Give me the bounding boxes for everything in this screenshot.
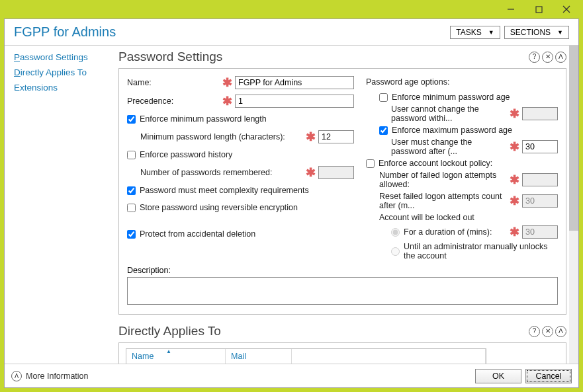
section-title-password-settings: Password Settings	[118, 50, 222, 64]
enforce-history-label: Enforce password history	[140, 150, 232, 159]
col-name-header[interactable]: Name▲	[126, 349, 226, 364]
tasks-label: TASKS	[456, 28, 481, 37]
close-button[interactable]	[553, 1, 580, 17]
required-icon: ✱	[303, 130, 318, 144]
until-unlock-label: Until an administrator manually unlocks …	[404, 242, 558, 260]
max-age-input[interactable]	[522, 140, 558, 153]
reversible-label: Store password using reversible encrypti…	[140, 203, 298, 212]
chevron-down-icon: ▼	[488, 29, 494, 36]
sections-label: SECTIONS	[510, 28, 551, 37]
required-icon: ✱	[220, 94, 235, 108]
page-title: FGPP for Admins	[14, 24, 116, 40]
nav-extensions[interactable]: Extensions	[14, 83, 112, 93]
duration-input	[522, 225, 558, 239]
until-unlock-radio	[391, 247, 400, 256]
password-settings-panel: Name:✱ Precedence:✱ Enforce minimum pass…	[118, 68, 566, 315]
more-label: More Information	[26, 372, 88, 381]
protect-deletion-checkbox[interactable]	[127, 230, 136, 239]
duration-label: For a duration of (mins):	[404, 227, 507, 237]
precedence-input[interactable]	[235, 95, 354, 108]
required-icon: ✱	[220, 75, 235, 90]
close-section-button[interactable]: ✕	[542, 326, 553, 337]
sort-asc-icon: ▲	[166, 348, 171, 354]
required-icon: ✱	[507, 194, 522, 208]
col-empty-header	[292, 349, 486, 364]
chevron-up-icon: ꓥ	[11, 371, 22, 381]
enforce-min-length-checkbox[interactable]	[127, 115, 136, 124]
more-information[interactable]: ꓥ More Information	[11, 371, 88, 381]
precedence-label: Precedence:	[127, 97, 220, 106]
footer: ꓥ More Information OK Cancel	[5, 364, 578, 387]
enforce-max-age-label: Enforce maximum password age	[392, 126, 512, 135]
enforce-lockout-checkbox[interactable]	[366, 159, 375, 168]
header-bar: FGPP for Admins TASKS▼ SECTIONS▼	[5, 19, 578, 46]
enforce-min-age-checkbox[interactable]	[379, 93, 388, 102]
title-bar	[0, 0, 583, 19]
description-label: Description:	[127, 266, 558, 275]
chevron-down-icon: ▼	[557, 29, 563, 36]
required-icon: ✱	[303, 165, 318, 180]
applies-grid: Name▲ Mail Domain Admins	[126, 348, 486, 364]
collapse-section-button[interactable]: ꓥ	[555, 52, 566, 63]
age-options-label: Password age options:	[366, 75, 558, 89]
collapse-section-button[interactable]: ꓥ	[555, 326, 566, 337]
failed-attempts-input	[522, 173, 558, 186]
history-input	[318, 166, 354, 179]
complexity-checkbox[interactable]	[127, 186, 136, 195]
duration-radio	[391, 228, 400, 237]
failed-attempts-label: Number of failed logon attempts allowed:	[379, 171, 507, 189]
enforce-max-age-checkbox[interactable]	[379, 126, 388, 135]
enforce-min-length-label: Enforce minimum password length	[140, 114, 267, 124]
ok-button[interactable]: OK	[475, 369, 521, 383]
enforce-lockout-label: Enforce account lockout policy:	[379, 159, 492, 168]
required-icon: ✱	[507, 173, 522, 187]
content-area: Password Settings ? ✕ ꓥ Name:✱ Precedenc…	[117, 46, 578, 364]
window: FGPP for Admins TASKS▼ SECTIONS▼ Passwor…	[4, 19, 579, 388]
nav-label: irectly Applies To	[21, 67, 87, 77]
max-age-label: User must change the password after (...	[391, 137, 507, 156]
complexity-label: Password must meet complexity requiremen…	[140, 186, 309, 195]
directly-applies-panel: Name▲ Mail Domain Admins Add... Remove	[118, 342, 566, 364]
min-length-input[interactable]	[318, 130, 354, 143]
name-input[interactable]	[235, 76, 354, 89]
protect-deletion-label: Protect from accidental deletion	[140, 229, 255, 239]
col-name-text: Name	[132, 352, 154, 361]
scrollbar-thumb[interactable]	[569, 46, 578, 231]
close-section-button[interactable]: ✕	[542, 52, 553, 63]
cancel-button[interactable]: Cancel	[525, 369, 572, 383]
min-length-label: Minimum password length (characters):	[140, 132, 303, 141]
nav-directly-applies[interactable]: Directly Applies To	[14, 67, 112, 77]
minimize-button[interactable]	[497, 1, 525, 17]
maximize-button[interactable]	[525, 1, 553, 17]
left-nav: Password Settings Directly Applies To Ex…	[5, 46, 117, 364]
help-button[interactable]: ?	[529, 326, 540, 337]
nav-password-settings[interactable]: Password Settings	[14, 52, 112, 62]
reset-count-input	[522, 194, 558, 208]
nav-label: assword Settings	[20, 52, 88, 62]
reset-count-label: Reset failed logon attempts count after …	[379, 192, 507, 210]
scrollbar[interactable]	[569, 46, 578, 364]
enforce-min-age-label: Enforce minimum password age	[392, 93, 510, 102]
required-icon: ✱	[507, 106, 522, 121]
required-icon: ✱	[507, 225, 522, 239]
min-age-label: User cannot change the password withi...	[391, 104, 507, 123]
required-icon: ✱	[507, 139, 522, 154]
reversible-checkbox[interactable]	[127, 204, 136, 212]
locked-out-label: Account will be locked out	[366, 213, 558, 222]
help-button[interactable]: ?	[529, 52, 540, 63]
svg-rect-1	[536, 7, 542, 13]
enforce-history-checkbox[interactable]	[127, 151, 136, 159]
min-age-input	[522, 107, 558, 120]
sections-dropdown[interactable]: SECTIONS▼	[504, 26, 569, 39]
description-input[interactable]	[127, 277, 558, 305]
history-label: Number of passwords remembered:	[140, 168, 303, 177]
tasks-dropdown[interactable]: TASKS▼	[450, 26, 500, 39]
col-mail-header[interactable]: Mail	[226, 349, 292, 364]
name-label: Name:	[127, 78, 220, 87]
section-title-directly-applies: Directly Applies To	[118, 324, 221, 338]
